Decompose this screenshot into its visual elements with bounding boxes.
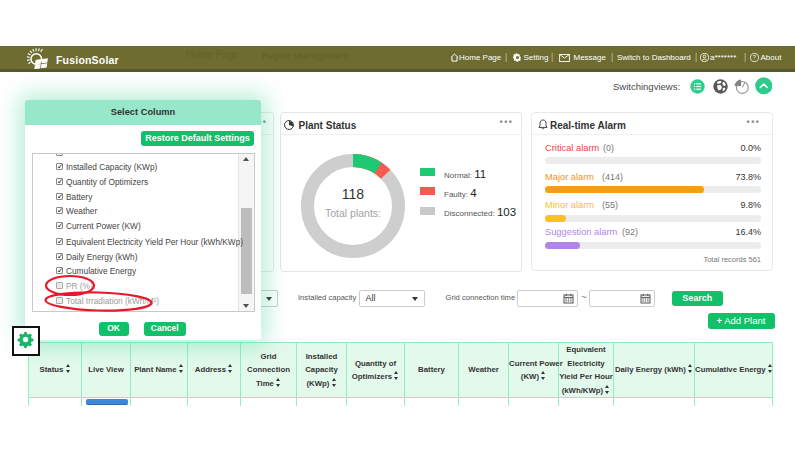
svg-text:?: ? — [752, 54, 756, 60]
